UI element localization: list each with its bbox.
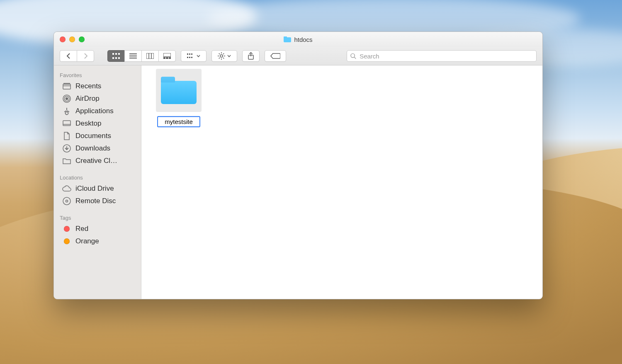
sidebar-item-downloads[interactable]: Downloads <box>54 142 141 155</box>
svg-point-22 <box>220 55 223 57</box>
folder-icon <box>284 36 291 42</box>
svg-point-43 <box>66 112 68 115</box>
sidebar-item-label: Remote Disc <box>75 197 116 205</box>
svg-point-48 <box>66 200 68 202</box>
gear-icon <box>218 52 225 60</box>
svg-rect-16 <box>187 53 188 55</box>
sidebar-item-airdrop[interactable]: AirDrop <box>54 92 141 105</box>
tag-icon <box>270 53 280 59</box>
group-by-button[interactable] <box>181 50 207 62</box>
svg-line-28 <box>223 58 224 58</box>
sidebar-item-creative-cloud[interactable]: Creative Cl… <box>54 155 141 167</box>
icon-view-button[interactable] <box>107 50 124 62</box>
folder-thumbnail[interactable] <box>156 69 202 112</box>
svg-rect-19 <box>187 57 188 58</box>
recents-icon <box>62 83 71 90</box>
action-menu-button[interactable] <box>211 50 237 62</box>
folder-name-input[interactable] <box>158 117 199 126</box>
svg-rect-18 <box>191 53 192 55</box>
sidebar-item-label: Orange <box>75 237 99 245</box>
chevron-down-icon <box>227 55 231 57</box>
documents-icon <box>62 132 71 140</box>
toolbar <box>54 47 542 66</box>
svg-line-29 <box>219 58 220 58</box>
fullscreen-button[interactable] <box>79 36 85 42</box>
share-button[interactable] <box>242 50 260 62</box>
svg-rect-44 <box>63 121 70 126</box>
sidebar: Favorites Recents AirDrop Applications D… <box>54 66 141 299</box>
sidebar-item-label: Recents <box>75 82 101 90</box>
minimize-button[interactable] <box>69 36 75 42</box>
edit-tags-button[interactable] <box>265 50 286 62</box>
disc-icon <box>62 197 71 205</box>
sidebar-item-applications[interactable]: Applications <box>54 105 141 117</box>
svg-line-27 <box>219 53 220 54</box>
folder-icon <box>161 77 197 104</box>
sidebar-item-recents[interactable]: Recents <box>54 80 141 92</box>
nav-back-forward <box>60 50 94 62</box>
sidebar-item-icloud[interactable]: iCloud Drive <box>54 182 141 195</box>
svg-rect-17 <box>189 53 190 55</box>
sidebar-item-label: Red <box>75 225 88 233</box>
search-input[interactable] <box>359 52 533 60</box>
column-view-button[interactable] <box>141 50 158 62</box>
svg-point-32 <box>351 53 355 57</box>
search-icon <box>350 53 356 59</box>
content-area[interactable] <box>141 66 542 299</box>
sidebar-section-title: Favorites <box>54 70 141 80</box>
svg-rect-4 <box>115 57 117 59</box>
svg-rect-20 <box>189 57 190 58</box>
sidebar-item-desktop[interactable]: Desktop <box>54 117 141 130</box>
share-icon <box>248 52 254 60</box>
desktop-icon <box>62 120 71 127</box>
list-view-button[interactable] <box>124 50 141 62</box>
svg-rect-12 <box>163 53 171 57</box>
back-button[interactable] <box>60 50 77 62</box>
svg-rect-21 <box>191 57 192 58</box>
finder-window: htdocs <box>53 32 543 299</box>
svg-rect-5 <box>118 57 120 59</box>
window-title: htdocs <box>284 36 312 43</box>
sidebar-item-label: Creative Cl… <box>75 157 117 165</box>
window-controls <box>60 36 85 42</box>
svg-point-37 <box>66 98 68 100</box>
sidebar-item-label: AirDrop <box>75 95 100 103</box>
svg-line-30 <box>223 53 224 54</box>
sidebar-item-label: Downloads <box>75 144 110 153</box>
svg-rect-0 <box>112 53 114 55</box>
chevron-down-icon <box>197 55 200 57</box>
svg-rect-15 <box>169 58 171 59</box>
titlebar[interactable]: htdocs <box>54 32 542 47</box>
desktop-background: htdocs <box>0 0 622 364</box>
sidebar-item-documents[interactable]: Documents <box>54 130 141 142</box>
svg-point-47 <box>63 197 70 205</box>
sidebar-tag-orange[interactable]: Orange <box>54 235 141 248</box>
search-field[interactable] <box>347 50 537 62</box>
sidebar-item-remote-disc[interactable]: Remote Disc <box>54 195 141 207</box>
svg-rect-14 <box>166 58 168 59</box>
folder-icon <box>62 158 71 164</box>
applications-icon <box>62 107 71 115</box>
svg-rect-1 <box>115 53 117 55</box>
sidebar-item-label: iCloud Drive <box>75 184 114 193</box>
svg-rect-3 <box>112 57 114 59</box>
sidebar-item-label: Documents <box>75 132 111 140</box>
svg-rect-13 <box>163 58 165 59</box>
folder-name-editor[interactable] <box>157 116 200 127</box>
svg-line-33 <box>354 57 356 58</box>
downloads-icon <box>62 144 71 153</box>
sidebar-section-title: Tags <box>54 212 141 223</box>
close-button[interactable] <box>60 36 66 42</box>
forward-button[interactable] <box>77 50 94 62</box>
tag-dot-icon <box>62 226 71 232</box>
cloud-icon <box>62 185 71 192</box>
view-mode-segment <box>107 50 176 62</box>
sidebar-section-title: Locations <box>54 172 141 182</box>
sidebar-item-label: Desktop <box>75 119 101 128</box>
tag-dot-icon <box>62 238 71 244</box>
folder-item[interactable] <box>156 69 202 127</box>
gallery-view-button[interactable] <box>158 50 176 62</box>
svg-rect-34 <box>63 84 70 89</box>
sidebar-tag-red[interactable]: Red <box>54 223 141 235</box>
svg-rect-36 <box>64 83 70 84</box>
